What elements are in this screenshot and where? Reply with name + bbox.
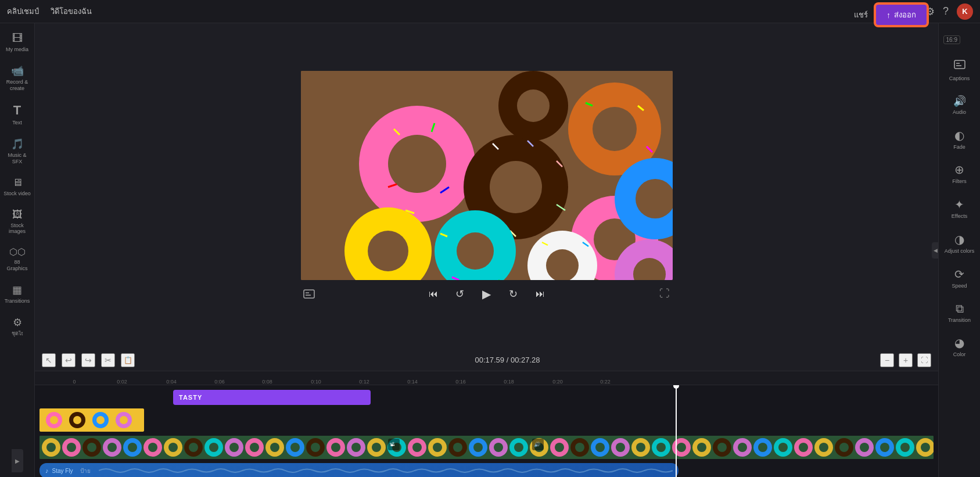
right-sidebar-top: 16:9 — [939, 28, 981, 51]
svg-point-101 — [514, 443, 523, 452]
graphics-icon: ⬡⬡ — [9, 246, 26, 257]
text-clip-label: TASTY — [179, 394, 202, 401]
video-thumb-clip-1[interactable] — [40, 408, 144, 432]
sidebar-item-my-media[interactable]: 🎞 My media — [1, 28, 34, 58]
svg-point-83 — [351, 443, 361, 452]
svg-point-135 — [839, 443, 849, 452]
svg-point-125 — [738, 443, 747, 452]
sidebar-item-text-label: Text — [12, 120, 22, 126]
sidebar-item-music-sfx[interactable]: 🎵 Music & SFX — [1, 133, 34, 170]
right-sidebar-item-audio[interactable]: 🔊 Audio — [940, 89, 979, 121]
help-icon[interactable]: ? — [943, 5, 949, 17]
svg-point-119 — [677, 443, 686, 452]
captions-label: Captions — [949, 76, 970, 82]
right-panel-collapse-button[interactable]: ◀ — [932, 242, 939, 259]
right-sidebar-item-transition[interactable]: ⧉ Transition — [940, 296, 979, 329]
svg-rect-148 — [954, 60, 965, 69]
fullscreen-button[interactable]: ⛶ — [656, 286, 673, 302]
sidebar-item-text[interactable]: T Text — [1, 98, 34, 131]
ruler-mark-012: 0:12 — [359, 379, 369, 385]
right-sidebar-item-adjust-colors[interactable]: ◑ Adjust colors — [940, 227, 979, 260]
right-sidebar-item-speed[interactable]: ⟳ Speed — [940, 261, 979, 295]
ruler-mark-010: 0:10 — [311, 379, 321, 385]
main-layout: 🎞 My media 📹 Record & create T Text 🎵 Mu… — [0, 23, 980, 477]
split-button[interactable]: 📋 — [121, 353, 135, 367]
export-arrow-icon: ↑ — [886, 10, 891, 20]
svg-rect-39 — [304, 290, 314, 298]
captions-toggle-button[interactable] — [301, 286, 317, 302]
audio-clip-stay-fly[interactable]: ♪ Stay Fly ป้าย — [40, 463, 679, 477]
nav-my-videos[interactable]: วิดีโอของฉัน — [51, 5, 92, 17]
ruler-mark-004: 0:04 — [166, 379, 177, 385]
svg-point-137 — [860, 443, 869, 452]
sidebar-item-stock-video[interactable]: 🖥 Stock video — [1, 172, 34, 202]
zoom-in-button[interactable]: + — [899, 353, 913, 367]
export-label: ส่งออก — [894, 9, 916, 21]
sidebar-item-stock-images[interactable]: 🖼 Stock images — [1, 204, 34, 240]
ruler-mark-014: 0:14 — [407, 379, 418, 385]
go-to-end-button[interactable]: ⏭ — [532, 286, 548, 302]
sidebar-item-graphics[interactable]: ⬡⬡ 88 Graphics — [1, 242, 34, 277]
svg-point-57 — [87, 443, 96, 452]
color-label: Color — [953, 352, 966, 358]
undo-button[interactable]: ↩ — [62, 353, 76, 367]
svg-point-143 — [921, 443, 930, 452]
share-button[interactable]: แชร์ — [854, 9, 868, 21]
svg-point-71 — [229, 443, 239, 452]
right-sidebar-item-filters[interactable]: ⊕ Filters — [940, 157, 979, 191]
fit-timeline-button[interactable]: ⛶ — [917, 353, 931, 367]
text-clip-tasty[interactable]: TASTY — [173, 390, 371, 405]
zoom-out-button[interactable]: − — [880, 353, 894, 367]
user-avatar[interactable]: K — [957, 3, 973, 20]
svg-point-55 — [67, 443, 76, 452]
sidebar-item-tools-label: ชุดไt — [12, 331, 23, 337]
play-pause-button[interactable]: ▶ — [479, 286, 495, 302]
adjust-colors-icon: ◑ — [954, 232, 964, 246]
svg-point-44 — [50, 416, 58, 424]
svg-point-59 — [107, 443, 117, 452]
transition-icon: ⧉ — [956, 302, 964, 315]
player-controls-center: ⏮ ↺ ▶ ↻ ⏭ — [425, 286, 548, 302]
main-track-segment[interactable]: 📽 🔊 — [40, 436, 934, 459]
redo-button[interactable]: ↪ — [81, 353, 95, 367]
sidebar-item-music-label: Music & SFX — [3, 152, 31, 165]
topbar: คลิปเชมป์ วิดีโอของฉัน แชร์ ↑ ส่งออก ⛓ ⚑… — [0, 0, 980, 23]
record-create-icon: 📹 — [11, 64, 24, 77]
right-sidebar-item-fade[interactable]: ◐ Fade — [940, 123, 979, 156]
sidebar-item-record-create[interactable]: 📹 Record & create — [1, 60, 34, 96]
sidebar-item-transitions[interactable]: ▦ Transitions — [1, 279, 34, 309]
svg-point-111 — [595, 443, 605, 452]
timeline-area: ↖ ↩ ↪ ✂ 📋 00:17.59 / 00:27.28 − + ⛶ 0 0:… — [35, 349, 938, 477]
player-controls: ⏮ ↺ ▶ ↻ ⏭ ⛶ — [301, 286, 673, 302]
cut-button[interactable]: ✂ — [101, 353, 115, 367]
ruler-mark-0: 0 — [73, 379, 76, 385]
svg-point-79 — [311, 443, 320, 452]
timeline-time-display: 00:17.59 / 00:27.28 — [141, 356, 874, 364]
svg-point-95 — [453, 443, 462, 452]
fade-icon: ◐ — [954, 128, 964, 142]
tools-icon: ⚙ — [13, 316, 22, 329]
sidebar-item-my-media-label: My media — [6, 46, 28, 53]
left-sidebar: 🎞 My media 📹 Record & create T Text 🎵 Mu… — [0, 23, 35, 477]
right-sidebar-item-color[interactable]: ◕ Color — [940, 330, 979, 364]
ruler-mark-016: 0:16 — [455, 379, 466, 385]
rewind-5s-button[interactable]: ↺ — [452, 286, 468, 302]
svg-point-139 — [880, 443, 889, 452]
svg-point-123 — [717, 443, 727, 452]
right-sidebar-item-captions[interactable]: Captions — [940, 52, 979, 88]
pointer-tool-button[interactable]: ↖ — [42, 353, 56, 367]
sidebar-expand-button[interactable]: ▶ — [12, 449, 23, 472]
sidebar-item-tools[interactable]: ⚙ ชุดไt — [1, 311, 34, 342]
timeline-zoom-controls: − + ⛶ — [880, 353, 931, 367]
timeline-ruler: 0 0:02 0:04 0:06 0:08 0:10 0:12 0:14 0:1… — [35, 371, 938, 385]
center-area: ⏮ ↺ ▶ ↻ ⏭ ⛶ ↖ ↩ ↪ ✂ 📋 00:17.59 / 00:27.2… — [35, 23, 938, 477]
svg-text:📽: 📽 — [390, 442, 395, 447]
svg-point-141 — [900, 443, 910, 452]
right-sidebar-item-effects[interactable]: ✦ Effects — [940, 192, 979, 225]
go-to-start-button[interactable]: ⏮ — [425, 286, 441, 302]
forward-5s-button[interactable]: ↻ — [505, 286, 522, 302]
audio-track: ♪ Stay Fly ป้าย — [35, 462, 938, 477]
svg-point-23 — [593, 107, 637, 151]
export-button[interactable]: ↑ ส่งออก — [875, 3, 928, 26]
speed-icon: ⟳ — [954, 267, 964, 281]
